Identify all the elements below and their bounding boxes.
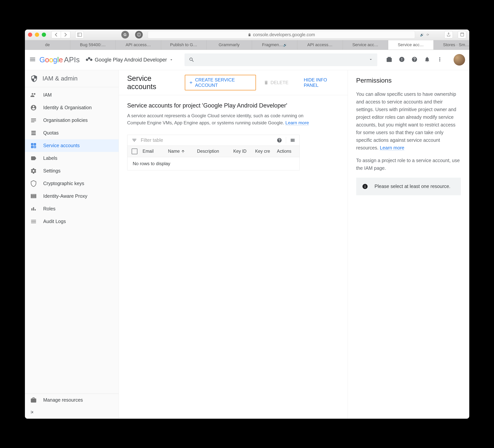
- sidebar-item-label: Audit Logs: [43, 219, 66, 224]
- nav-buttons: [51, 31, 70, 38]
- col-key-id[interactable]: Key ID: [233, 149, 255, 154]
- search-icon: [189, 57, 195, 63]
- table-help-icon[interactable]: [277, 137, 282, 143]
- delete-button[interactable]: DELETE: [264, 80, 288, 85]
- project-icon: [86, 59, 92, 61]
- avatar[interactable]: [454, 54, 465, 65]
- browser-tab[interactable]: Fragmen… 🔊: [252, 40, 297, 50]
- audio-icon[interactable]: 🔊: [420, 33, 424, 37]
- panel-notice: Please select at least one resource.: [356, 178, 461, 195]
- sidebar-item-label: Quotas: [43, 130, 59, 136]
- tabs-button[interactable]: [458, 31, 466, 38]
- sidebar-item[interactable]: Cryptographic keys: [25, 177, 119, 190]
- extension-button-2[interactable]: ⓘ: [135, 31, 143, 38]
- hide-info-panel-button[interactable]: HIDE INFO PANEL: [304, 77, 339, 88]
- sidebar-item[interactable]: Organisation policies: [25, 114, 119, 127]
- browser-tab[interactable]: Publish to G…: [161, 40, 207, 50]
- help-icon[interactable]: [411, 56, 418, 63]
- svg-point-5: [32, 146, 32, 147]
- project-selector[interactable]: Google Play Android Developer: [86, 57, 173, 63]
- address-bar[interactable]: console.developers.google.com: [148, 31, 415, 38]
- sidebar-item[interactable]: Settings: [25, 165, 119, 177]
- table-toolbar: Filter table: [127, 135, 299, 146]
- sidebar-item[interactable]: Labels: [25, 152, 119, 165]
- sidebar: IAM & admin IAMIdentity & OrganisationOr…: [25, 70, 119, 419]
- browser-window: G ⓘ console.developers.google.com 🔊 ⟳ de…: [25, 29, 469, 419]
- menu-button[interactable]: [29, 56, 36, 64]
- sidebar-item-icon: [30, 206, 37, 212]
- info-icon: [362, 183, 368, 189]
- filter-icon[interactable]: [132, 137, 137, 143]
- sidebar-item-label: Identity & Organisation: [43, 105, 92, 110]
- search-input[interactable]: [185, 53, 377, 66]
- back-button[interactable]: [51, 31, 61, 38]
- search-dropdown-icon[interactable]: [369, 57, 373, 62]
- browser-tab[interactable]: API access…: [297, 40, 343, 50]
- close-window-button[interactable]: [28, 33, 32, 37]
- panel-text: You can allow specific users to have own…: [356, 90, 461, 151]
- sidebar-item-label: Cryptographic keys: [43, 181, 84, 186]
- svg-rect-6: [31, 411, 31, 413]
- forward-button[interactable]: [61, 31, 70, 38]
- browser-tab[interactable]: API access…: [116, 40, 161, 50]
- sidebar-item-icon: [30, 168, 37, 174]
- browser-tab[interactable]: Service acc…: [388, 40, 434, 50]
- google-apis-logo[interactable]: Google APIs: [39, 56, 80, 64]
- maximize-window-button[interactable]: [42, 33, 46, 37]
- more-icon[interactable]: [437, 56, 443, 63]
- browser-tab[interactable]: Grammarly: [207, 40, 252, 50]
- col-description[interactable]: Description: [197, 149, 233, 154]
- plus-icon: [189, 80, 193, 85]
- create-button-label: CREATE SERVICE ACCOUNT: [195, 77, 252, 88]
- filter-input[interactable]: Filter table: [141, 137, 273, 143]
- sidebar-title: IAM & admin: [43, 75, 78, 82]
- col-key-created[interactable]: Key cre: [255, 149, 275, 154]
- svg-rect-0: [77, 33, 82, 37]
- share-button[interactable]: [444, 31, 453, 38]
- browser-tab[interactable]: Stores · Sm…: [434, 40, 469, 50]
- col-email[interactable]: Email: [143, 149, 168, 154]
- svg-point-3: [32, 144, 32, 145]
- browser-tab[interactable]: de: [25, 40, 70, 50]
- notifications-icon[interactable]: [424, 56, 430, 63]
- collapse-sidebar-button[interactable]: [25, 406, 119, 419]
- columns-icon[interactable]: [290, 137, 295, 143]
- sidebar-footer-label: Manage resources: [43, 397, 83, 403]
- app-header: Google APIs Google Play Android Develope…: [25, 50, 469, 70]
- select-all-checkbox[interactable]: [132, 149, 137, 154]
- browser-tab[interactable]: Bug 59400:…: [70, 40, 116, 50]
- gift-icon[interactable]: [386, 56, 392, 63]
- col-name[interactable]: Name: [168, 149, 197, 154]
- sidebar-item[interactable]: Roles: [25, 202, 119, 215]
- extension-button-1[interactable]: G: [121, 31, 129, 38]
- panel-learn-more-link[interactable]: Learn more: [380, 145, 404, 151]
- col-actions: Actions: [275, 149, 295, 154]
- project-name: Google Play Android Developer: [95, 57, 167, 63]
- sidebar-item-label: Identity-Aware Proxy: [43, 193, 87, 199]
- sidebar-toggle-button[interactable]: [75, 31, 84, 38]
- service-accounts-table: Filter table Email Name Description Key …: [127, 135, 300, 170]
- sidebar-item[interactable]: Identity & Organisation: [25, 101, 119, 114]
- sidebar-item-label: Organisation policies: [43, 117, 88, 123]
- sidebar-item-label: IAM: [43, 92, 52, 98]
- reload-button[interactable]: ⟳: [427, 33, 429, 37]
- titlebar: G ⓘ console.developers.google.com 🔊 ⟳: [25, 29, 469, 40]
- page-title: Service accounts: [127, 74, 177, 91]
- url-text: console.developers.google.com: [253, 32, 315, 37]
- learn-more-link[interactable]: Learn more: [285, 120, 309, 125]
- sidebar-item[interactable]: Quotas: [25, 127, 119, 139]
- alert-icon[interactable]: [399, 56, 405, 63]
- sidebar-item[interactable]: IAM: [25, 89, 119, 101]
- create-service-account-button[interactable]: CREATE SERVICE ACCOUNT: [185, 75, 256, 90]
- header-icons: [386, 54, 465, 65]
- sidebar-item[interactable]: Audit Logs: [25, 215, 119, 228]
- lock-icon: [247, 33, 251, 37]
- sidebar-item-icon: [30, 92, 37, 98]
- svg-point-4: [34, 144, 35, 145]
- sidebar-item[interactable]: Identity-Aware Proxy: [25, 190, 119, 202]
- sidebar-item[interactable]: Service accounts: [25, 139, 119, 152]
- manage-resources-button[interactable]: Manage resources: [25, 394, 119, 406]
- minimize-window-button[interactable]: [35, 33, 39, 37]
- browser-tab[interactable]: Service acc…: [343, 40, 388, 50]
- table-empty-message: No rows to display: [127, 157, 299, 170]
